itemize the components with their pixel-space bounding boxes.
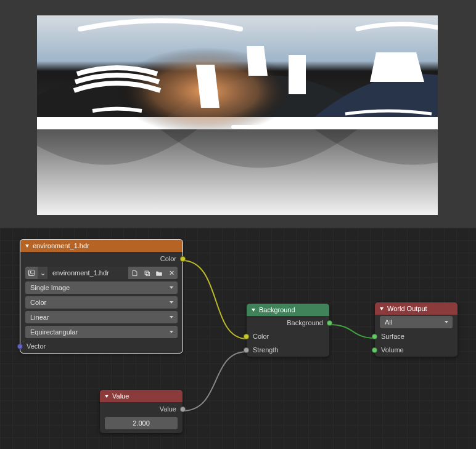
svg-rect-7 xyxy=(146,272,150,276)
node-world-output[interactable]: World Output All Surface Volume xyxy=(375,302,458,357)
socket-strength-in[interactable] xyxy=(244,347,249,353)
projection-dropdown[interactable]: Equirectangular xyxy=(25,326,178,338)
colorspace-dropdown[interactable]: Color xyxy=(25,296,178,309)
output-value[interactable]: Value xyxy=(100,402,183,416)
socket-vector-in[interactable] xyxy=(17,344,23,349)
output-color[interactable]: Color xyxy=(20,252,183,265)
interpolation-dropdown[interactable]: Linear xyxy=(25,311,178,323)
image-name-field[interactable]: environment_1.hdr xyxy=(47,267,128,279)
node-header[interactable]: World Output xyxy=(375,302,458,315)
input-color[interactable]: Color xyxy=(247,330,329,343)
node-editor[interactable]: environment_1.hdr Color ⌄ environment_1.… xyxy=(0,228,476,449)
socket-value-out[interactable] xyxy=(180,407,186,412)
input-volume[interactable]: Volume xyxy=(375,343,458,357)
socket-surface-in[interactable] xyxy=(372,334,377,339)
node-environment-texture[interactable]: environment_1.hdr Color ⌄ environment_1.… xyxy=(20,240,183,353)
image-datablock-icon[interactable] xyxy=(25,267,38,279)
socket-color-out[interactable] xyxy=(180,256,186,262)
input-vector[interactable]: Vector xyxy=(20,339,183,353)
socket-background-out[interactable] xyxy=(327,320,332,326)
svg-rect-6 xyxy=(145,271,149,275)
target-dropdown[interactable]: All xyxy=(380,316,453,328)
node-value[interactable]: Value Value 2.000 xyxy=(100,390,183,433)
svg-point-5 xyxy=(30,272,31,273)
collapse-icon[interactable] xyxy=(105,395,109,398)
node-title: World Output xyxy=(387,305,427,312)
node-header[interactable]: Value xyxy=(100,390,183,402)
collapse-icon[interactable] xyxy=(380,307,384,310)
node-background[interactable]: Background Background Color Strength xyxy=(247,304,329,357)
new-image-icon[interactable] xyxy=(128,267,141,279)
node-header[interactable]: Background xyxy=(247,304,329,316)
svg-rect-2 xyxy=(231,125,281,129)
collapse-icon[interactable] xyxy=(25,245,29,248)
output-background[interactable]: Background xyxy=(247,316,329,330)
open-image-icon[interactable] xyxy=(153,267,165,279)
socket-volume-in[interactable] xyxy=(372,347,377,353)
hdri-preview xyxy=(37,15,438,215)
node-title: Background xyxy=(259,306,295,313)
node-title: Value xyxy=(112,392,129,400)
browse-datablock-icon[interactable]: ⌄ xyxy=(38,267,47,279)
input-strength[interactable]: Strength xyxy=(247,343,329,357)
node-title: environment_1.hdr xyxy=(33,242,89,249)
duplicate-image-icon[interactable] xyxy=(141,267,153,279)
source-dropdown[interactable]: Single Image xyxy=(25,281,178,294)
collapse-icon[interactable] xyxy=(252,309,255,312)
node-header[interactable]: environment_1.hdr xyxy=(20,240,183,252)
unlink-image-icon[interactable]: ✕ xyxy=(165,267,178,279)
socket-color-in[interactable] xyxy=(244,334,249,339)
value-number-field[interactable]: 2.000 xyxy=(105,417,178,429)
input-surface[interactable]: Surface xyxy=(375,330,458,343)
